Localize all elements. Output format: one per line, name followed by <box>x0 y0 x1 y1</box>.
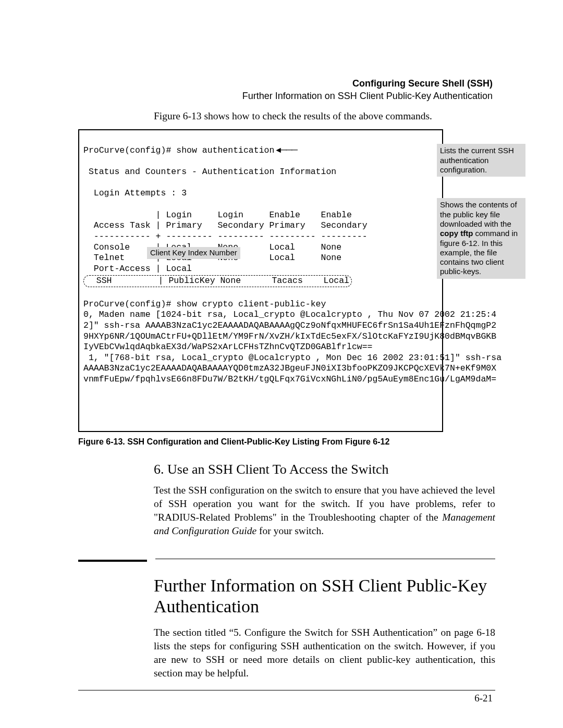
callout-bold: copy tftp <box>440 229 473 238</box>
spacer <box>83 288 89 298</box>
cmd-show-crypto: ProCurve(config)# show crypto client-pub… <box>83 299 326 309</box>
divider-thin <box>155 559 495 559</box>
key-output-line: 0, Maden name [1024-bit rsa, Local_crypt… <box>83 310 496 319</box>
table-row-port-access: Port-Access | Local <box>83 264 192 274</box>
header-subtitle: Further Information on SSH Client Public… <box>242 90 493 102</box>
para-text: for your switch. <box>256 525 324 536</box>
callout-public-key-file: Shows the contents of the public key fil… <box>437 198 525 278</box>
figure-6-13-caption: Figure 6-13. SSH Configuration and Clien… <box>78 436 495 448</box>
page: Configuring Secure Shell (SSH) Further I… <box>0 0 563 728</box>
key-output-line: vnmfFuEpw/fpqhlvsE66n8FDu7W/B2tKH/tgQLFq… <box>83 374 496 384</box>
section-6-heading: 6. Use an SSH Client To Access the Switc… <box>154 460 495 478</box>
page-number: 6-21 <box>474 692 493 705</box>
divider-thick <box>78 560 147 562</box>
header-title: Configuring Secure Shell (SSH) <box>242 77 493 90</box>
callout-text: Shows the contents of the public key fil… <box>440 200 517 228</box>
status-line: Status and Counters - Authentication Inf… <box>83 167 336 177</box>
cmd-show-authentication: ProCurve(config)# show authentication <box>83 145 297 155</box>
section-divider <box>78 559 495 562</box>
key-output-line: AAAAB3NzaC1yc2EAAAADAQABAAAAYQD0tmzA32JB… <box>83 363 496 373</box>
main-section-heading: Further Information on SSH Client Public… <box>154 575 495 618</box>
key-output-line: 9HXYp6NR/1QOUmACtrFU+QDllEtM/YM9FrN/XvZH… <box>83 331 496 341</box>
table-header-1: | Login Login Enable Enable <box>83 210 352 220</box>
table-divider: ----------- + --------- --------- ------… <box>83 231 368 241</box>
table-row-ssh-highlight: SSH | PublicKey None Tacacs Local <box>83 275 352 287</box>
client-key-index-label: Client Key Index Number <box>147 247 240 259</box>
main-section-paragraph: The section titled “5. Configure the Swi… <box>154 626 495 680</box>
key-output-line: IyVEbCVwlqdAqbkaEX3d/WaPS2xArLCFHsTZhnCv… <box>83 342 373 352</box>
footer-rule <box>78 690 495 690</box>
figure-6-13-box: ProCurve(config)# show authentication St… <box>78 129 443 432</box>
body-column: Further Information on SSH Client Public… <box>154 575 495 680</box>
table-header-2: Access Task | Primary Secondary Primary … <box>83 220 368 230</box>
key-output-line: 2]" ssh-rsa AAAAB3NzaC1yc2EAAAADAQABAAAA… <box>83 320 496 330</box>
key-output-line: 1, "[768-bit rsa, Local_crypto @Localcry… <box>83 353 501 363</box>
table-row-ssh: SSH | PublicKey None Tacacs Local <box>86 276 349 286</box>
body-column: 6. Use an SSH Client To Access the Switc… <box>154 460 495 538</box>
running-header: Configuring Secure Shell (SSH) Further I… <box>242 77 493 103</box>
figure-intro-text: Figure 6-13 shows how to check the resul… <box>154 109 495 123</box>
callout-ssh-config: Lists the current SSH authentication con… <box>437 144 525 177</box>
login-attempts-line: Login Attempts : 3 <box>83 188 187 198</box>
section-6-paragraph: Test the SSH configuration on the switch… <box>154 484 495 538</box>
